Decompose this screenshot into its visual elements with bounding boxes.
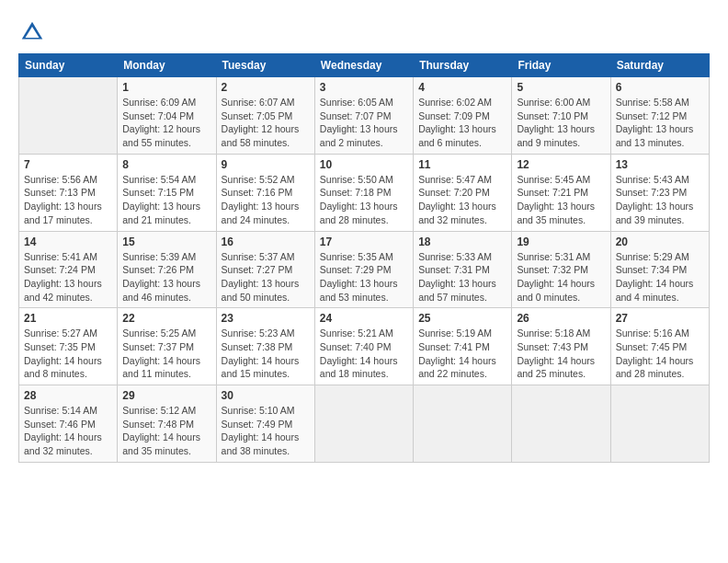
day-info: Sunrise: 6:05 AMSunset: 7:07 PMDaylight:… [320, 96, 408, 150]
day-info: Sunrise: 5:31 AMSunset: 7:32 PMDaylight:… [517, 250, 605, 304]
calendar-cell [414, 385, 512, 463]
calendar-cell: 11Sunrise: 5:47 AMSunset: 7:20 PMDayligh… [414, 154, 512, 231]
day-info: Sunrise: 5:50 AMSunset: 7:18 PMDaylight:… [320, 173, 408, 227]
day-info: Sunrise: 5:18 AMSunset: 7:43 PMDaylight:… [517, 327, 605, 381]
day-info: Sunrise: 5:14 AMSunset: 7:46 PMDaylight:… [24, 404, 112, 458]
day-number: 13 [616, 158, 704, 171]
calendar-cell: 12Sunrise: 5:45 AMSunset: 7:21 PMDayligh… [512, 154, 610, 231]
day-info: Sunrise: 5:29 AMSunset: 7:34 PMDaylight:… [616, 250, 704, 304]
day-number: 30 [222, 389, 310, 402]
calendar-week-3: 14Sunrise: 5:41 AMSunset: 7:24 PMDayligh… [19, 231, 710, 308]
calendar-cell: 9Sunrise: 5:52 AMSunset: 7:16 PMDaylight… [216, 154, 314, 231]
day-number: 2 [222, 81, 310, 94]
day-number: 9 [222, 158, 310, 171]
day-header-thursday: Thursday [414, 54, 512, 77]
day-info: Sunrise: 5:45 AMSunset: 7:21 PMDaylight:… [517, 173, 605, 227]
day-info: Sunrise: 5:37 AMSunset: 7:27 PMDaylight:… [222, 250, 310, 304]
calendar-cell: 4Sunrise: 6:02 AMSunset: 7:09 PMDaylight… [414, 77, 512, 155]
calendar-cell: 26Sunrise: 5:18 AMSunset: 7:43 PMDayligh… [512, 308, 610, 385]
calendar-cell: 3Sunrise: 6:05 AMSunset: 7:07 PMDaylight… [314, 77, 413, 155]
day-info: Sunrise: 5:21 AMSunset: 7:40 PMDaylight:… [320, 327, 408, 381]
calendar-cell: 14Sunrise: 5:41 AMSunset: 7:24 PMDayligh… [19, 231, 118, 308]
calendar-cell: 30Sunrise: 5:10 AMSunset: 7:49 PMDayligh… [216, 385, 314, 463]
calendar-cell: 7Sunrise: 5:56 AMSunset: 7:13 PMDaylight… [19, 154, 118, 231]
calendar-week-4: 21Sunrise: 5:27 AMSunset: 7:35 PMDayligh… [19, 308, 710, 385]
calendar-cell: 2Sunrise: 6:07 AMSunset: 7:05 PMDaylight… [216, 77, 314, 155]
calendar-table: SundayMondayTuesdayWednesdayThursdayFrid… [18, 53, 710, 463]
page-header [18, 18, 710, 46]
day-number: 20 [616, 236, 704, 248]
day-number: 27 [616, 312, 704, 325]
day-info: Sunrise: 5:43 AMSunset: 7:23 PMDaylight:… [616, 173, 704, 227]
calendar-cell [19, 77, 118, 155]
logo [18, 18, 50, 46]
day-info: Sunrise: 5:54 AMSunset: 7:15 PMDaylight:… [122, 173, 210, 227]
day-number: 26 [517, 312, 605, 325]
day-number: 17 [320, 236, 408, 248]
day-number: 14 [24, 236, 112, 248]
calendar-cell: 6Sunrise: 5:58 AMSunset: 7:12 PMDaylight… [610, 77, 709, 155]
day-number: 28 [24, 389, 112, 402]
day-info: Sunrise: 5:56 AMSunset: 7:13 PMDaylight:… [24, 173, 112, 227]
calendar-cell: 25Sunrise: 5:19 AMSunset: 7:41 PMDayligh… [414, 308, 512, 385]
day-header-wednesday: Wednesday [314, 54, 413, 77]
calendar-cell: 1Sunrise: 6:09 AMSunset: 7:04 PMDaylight… [118, 77, 216, 155]
day-header-tuesday: Tuesday [216, 54, 314, 77]
day-number: 19 [517, 236, 605, 248]
day-number: 15 [122, 236, 210, 248]
calendar-cell [512, 385, 610, 463]
calendar-week-1: 1Sunrise: 6:09 AMSunset: 7:04 PMDaylight… [19, 77, 710, 155]
day-info: Sunrise: 5:39 AMSunset: 7:26 PMDaylight:… [122, 250, 210, 304]
day-info: Sunrise: 6:02 AMSunset: 7:09 PMDaylight:… [418, 96, 506, 150]
day-info: Sunrise: 5:35 AMSunset: 7:29 PMDaylight:… [320, 250, 408, 304]
calendar-cell: 27Sunrise: 5:16 AMSunset: 7:45 PMDayligh… [610, 308, 709, 385]
day-info: Sunrise: 6:07 AMSunset: 7:05 PMDaylight:… [222, 96, 310, 150]
day-number: 6 [616, 81, 704, 94]
day-number: 11 [418, 158, 506, 171]
logo-icon [18, 18, 46, 46]
calendar-cell: 20Sunrise: 5:29 AMSunset: 7:34 PMDayligh… [610, 231, 709, 308]
calendar-week-2: 7Sunrise: 5:56 AMSunset: 7:13 PMDaylight… [19, 154, 710, 231]
calendar-cell: 13Sunrise: 5:43 AMSunset: 7:23 PMDayligh… [610, 154, 709, 231]
calendar-cell: 17Sunrise: 5:35 AMSunset: 7:29 PMDayligh… [314, 231, 413, 308]
calendar-cell: 28Sunrise: 5:14 AMSunset: 7:46 PMDayligh… [19, 385, 118, 463]
day-info: Sunrise: 5:10 AMSunset: 7:49 PMDaylight:… [222, 404, 310, 458]
calendar-cell: 16Sunrise: 5:37 AMSunset: 7:27 PMDayligh… [216, 231, 314, 308]
calendar-cell: 8Sunrise: 5:54 AMSunset: 7:15 PMDaylight… [118, 154, 216, 231]
day-info: Sunrise: 6:09 AMSunset: 7:04 PMDaylight:… [122, 96, 210, 150]
calendar-cell: 22Sunrise: 5:25 AMSunset: 7:37 PMDayligh… [118, 308, 216, 385]
day-info: Sunrise: 5:33 AMSunset: 7:31 PMDaylight:… [418, 250, 506, 304]
day-number: 18 [418, 236, 506, 248]
day-number: 16 [222, 236, 310, 248]
day-number: 12 [517, 158, 605, 171]
day-info: Sunrise: 5:52 AMSunset: 7:16 PMDaylight:… [222, 173, 310, 227]
calendar-cell: 21Sunrise: 5:27 AMSunset: 7:35 PMDayligh… [19, 308, 118, 385]
calendar-cell [314, 385, 413, 463]
day-info: Sunrise: 5:19 AMSunset: 7:41 PMDaylight:… [418, 327, 506, 381]
day-number: 8 [122, 158, 210, 171]
calendar-header-row: SundayMondayTuesdayWednesdayThursdayFrid… [19, 54, 710, 77]
day-header-monday: Monday [118, 54, 216, 77]
day-info: Sunrise: 5:58 AMSunset: 7:12 PMDaylight:… [616, 96, 704, 150]
day-info: Sunrise: 5:47 AMSunset: 7:20 PMDaylight:… [418, 173, 506, 227]
day-number: 4 [418, 81, 506, 94]
calendar-week-5: 28Sunrise: 5:14 AMSunset: 7:46 PMDayligh… [19, 385, 710, 463]
day-number: 24 [320, 312, 408, 325]
day-number: 3 [320, 81, 408, 94]
calendar-cell: 18Sunrise: 5:33 AMSunset: 7:31 PMDayligh… [414, 231, 512, 308]
day-info: Sunrise: 6:00 AMSunset: 7:10 PMDaylight:… [517, 96, 605, 150]
day-number: 1 [122, 81, 210, 94]
calendar-cell: 29Sunrise: 5:12 AMSunset: 7:48 PMDayligh… [118, 385, 216, 463]
day-info: Sunrise: 5:23 AMSunset: 7:38 PMDaylight:… [222, 327, 310, 381]
day-header-saturday: Saturday [610, 54, 709, 77]
calendar-cell: 10Sunrise: 5:50 AMSunset: 7:18 PMDayligh… [314, 154, 413, 231]
day-number: 10 [320, 158, 408, 171]
calendar-cell: 24Sunrise: 5:21 AMSunset: 7:40 PMDayligh… [314, 308, 413, 385]
day-header-friday: Friday [512, 54, 610, 77]
calendar-cell: 5Sunrise: 6:00 AMSunset: 7:10 PMDaylight… [512, 77, 610, 155]
day-info: Sunrise: 5:16 AMSunset: 7:45 PMDaylight:… [616, 327, 704, 381]
day-info: Sunrise: 5:25 AMSunset: 7:37 PMDaylight:… [122, 327, 210, 381]
day-number: 22 [122, 312, 210, 325]
day-number: 7 [24, 158, 112, 171]
day-info: Sunrise: 5:27 AMSunset: 7:35 PMDaylight:… [24, 327, 112, 381]
